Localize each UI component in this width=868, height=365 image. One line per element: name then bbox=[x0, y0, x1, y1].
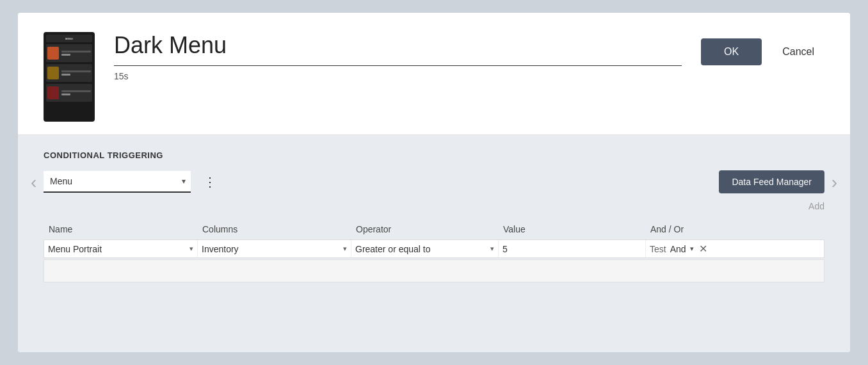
cell-name: Menu Portrait ▾ bbox=[44, 240, 198, 257]
col-header-operator: Operator bbox=[351, 224, 498, 234]
test-label: Test bbox=[650, 244, 666, 254]
cell-operator: Greater or equal to Less than Equal to ▾ bbox=[351, 240, 499, 257]
page-title: Dark Menu bbox=[114, 32, 682, 59]
col-header-and-or: And / Or bbox=[645, 224, 754, 234]
header-content: Dark Menu 15s bbox=[114, 32, 682, 81]
thumb-item-2 bbox=[46, 64, 92, 82]
table-header-row: Name Columns Operator Value And / Or bbox=[44, 222, 824, 237]
data-feed-manager-button[interactable]: Data Feed Manager bbox=[719, 170, 824, 193]
columns-select-chevron-icon: ▾ bbox=[343, 245, 347, 253]
operator-select[interactable]: Greater or equal to Less than Equal to bbox=[355, 244, 490, 254]
thumb-line-1 bbox=[61, 51, 91, 53]
empty-row-1 bbox=[44, 259, 824, 282]
remove-row-button[interactable]: ✕ bbox=[698, 243, 709, 255]
duration-text: 15s bbox=[114, 71, 682, 81]
thumb-img-1 bbox=[47, 47, 59, 60]
title-divider bbox=[114, 65, 682, 66]
thumb-text-1 bbox=[61, 51, 91, 56]
source-select[interactable]: Menu Data Feed Schedule bbox=[44, 171, 191, 191]
thumb-text-3 bbox=[61, 90, 91, 95]
thumb-title-text: MENU bbox=[65, 37, 73, 40]
thumb-img-2 bbox=[47, 67, 59, 79]
table-container: Name Columns Operator Value And / Or Men… bbox=[44, 222, 824, 284]
cell-columns: Inventory ▾ bbox=[198, 240, 351, 257]
cell-value bbox=[499, 240, 646, 257]
thumb-line-3 bbox=[61, 90, 91, 92]
name-select[interactable]: Menu Portrait bbox=[48, 244, 189, 254]
name-select-chevron-icon: ▾ bbox=[189, 245, 193, 253]
thumbnail-header: MENU bbox=[46, 35, 92, 42]
content-section: CONDITIONAL TRIGGERING Menu Data Feed Sc… bbox=[18, 135, 850, 352]
header-actions: OK Cancel bbox=[701, 32, 824, 65]
header-section: MENU bbox=[18, 13, 850, 135]
thumb-price-1 bbox=[61, 54, 70, 56]
cancel-button[interactable]: Cancel bbox=[772, 38, 824, 65]
nav-arrow-right[interactable]: › bbox=[832, 172, 837, 193]
thumb-price-3 bbox=[61, 93, 70, 95]
and-or-select[interactable]: And Or bbox=[670, 244, 686, 254]
and-or-chevron-icon: ▾ bbox=[690, 245, 694, 253]
col-header-name: Name bbox=[44, 224, 197, 234]
thumb-item-1 bbox=[46, 44, 92, 62]
ok-button[interactable]: OK bbox=[701, 38, 762, 65]
add-text[interactable]: Add bbox=[44, 201, 824, 211]
nav-arrow-left[interactable]: ‹ bbox=[31, 172, 36, 193]
dots-menu-button[interactable]: ⋮ bbox=[198, 172, 222, 192]
main-card: ‹ › MENU bbox=[18, 13, 850, 352]
col-header-value: Value bbox=[498, 224, 645, 234]
trigger-controls-row: Menu Data Feed Schedule ▾ ⋮ Data Feed Ma… bbox=[44, 170, 824, 193]
source-select-wrapper: Menu Data Feed Schedule ▾ bbox=[44, 171, 191, 193]
thumb-price-2 bbox=[61, 74, 70, 76]
section-title: CONDITIONAL TRIGGERING bbox=[44, 150, 824, 160]
col-header-columns: Columns bbox=[197, 224, 351, 234]
value-input[interactable] bbox=[502, 244, 641, 254]
operator-select-chevron-icon: ▾ bbox=[490, 245, 494, 253]
thumb-line-2 bbox=[61, 70, 91, 72]
thumb-item-3 bbox=[46, 84, 92, 102]
cell-and-or: Test And Or ▾ ✕ bbox=[646, 240, 755, 257]
thumbnail: MENU bbox=[44, 32, 95, 122]
thumb-text-2 bbox=[61, 70, 91, 76]
thumb-img-3 bbox=[47, 86, 59, 99]
table-row: Menu Portrait ▾ Inventory ▾ Greater or e… bbox=[44, 239, 824, 258]
columns-select[interactable]: Inventory bbox=[202, 244, 343, 254]
